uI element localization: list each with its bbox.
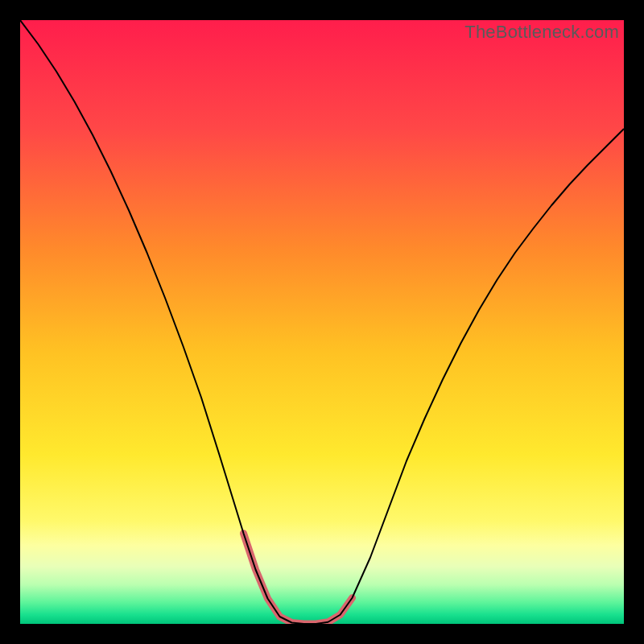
watermark-text: TheBottleneck.com (464, 22, 619, 43)
plot-area: TheBottleneck.com (20, 20, 624, 624)
chart-frame: TheBottleneck.com (0, 0, 644, 644)
curves-layer (20, 20, 624, 624)
bottleneck-curve-path (20, 20, 624, 624)
